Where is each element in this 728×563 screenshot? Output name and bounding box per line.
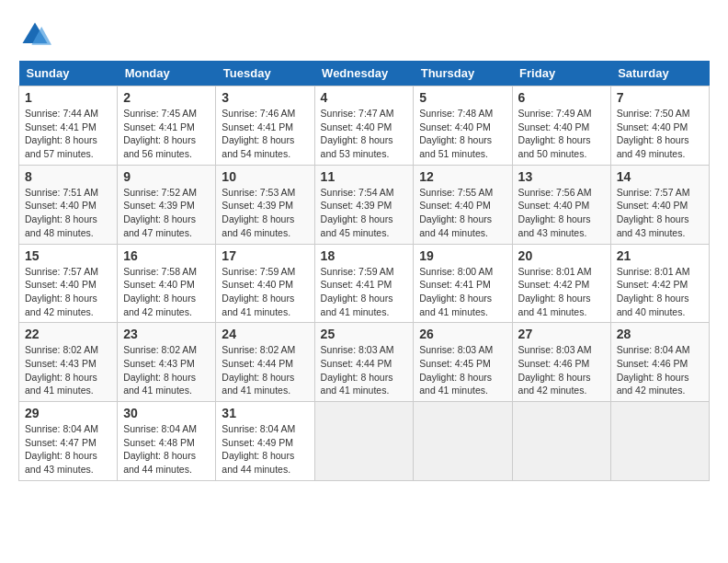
day-info: Sunrise: 8:00 AM Sunset: 4:41 PM Dayligh…	[419, 265, 506, 319]
calendar-cell: 29 Sunrise: 8:04 AM Sunset: 4:47 PM Dayl…	[19, 402, 118, 481]
day-info: Sunrise: 8:03 AM Sunset: 4:45 PM Dayligh…	[419, 343, 506, 397]
calendar-cell: 4 Sunrise: 7:47 AM Sunset: 4:40 PM Dayli…	[314, 86, 414, 166]
header-cell-saturday: Saturday	[610, 61, 709, 86]
calendar-cell: 7 Sunrise: 7:50 AM Sunset: 4:40 PM Dayli…	[610, 86, 709, 166]
day-info: Sunrise: 8:03 AM Sunset: 4:46 PM Dayligh…	[518, 343, 605, 397]
day-number: 11	[321, 169, 408, 184]
day-number: 27	[518, 327, 605, 341]
day-info: Sunrise: 8:02 AM Sunset: 4:43 PM Dayligh…	[25, 343, 111, 397]
header-cell-sunday: Sunday	[19, 61, 118, 86]
day-info: Sunrise: 8:03 AM Sunset: 4:44 PM Dayligh…	[321, 343, 408, 397]
calendar-cell: 16 Sunrise: 7:58 AM Sunset: 4:40 PM Dayl…	[118, 244, 216, 323]
calendar-cell	[610, 402, 709, 481]
day-number: 6	[518, 90, 605, 105]
calendar-row-1: 1 Sunrise: 7:44 AM Sunset: 4:41 PM Dayli…	[19, 86, 710, 166]
day-number: 13	[518, 169, 605, 184]
day-info: Sunrise: 7:56 AM Sunset: 4:40 PM Dayligh…	[518, 186, 605, 240]
header-row: SundayMondayTuesdayWednesdayThursdayFrid…	[19, 61, 710, 86]
day-info: Sunrise: 8:01 AM Sunset: 4:42 PM Dayligh…	[518, 265, 605, 319]
day-info: Sunrise: 7:50 AM Sunset: 4:40 PM Dayligh…	[617, 107, 703, 161]
day-number: 21	[617, 248, 703, 263]
day-info: Sunrise: 8:04 AM Sunset: 4:46 PM Dayligh…	[617, 343, 703, 397]
calendar-row-2: 8 Sunrise: 7:51 AM Sunset: 4:40 PM Dayli…	[19, 165, 710, 244]
day-number: 28	[617, 327, 703, 341]
header-cell-monday: Monday	[118, 61, 216, 86]
day-number: 16	[123, 248, 210, 263]
calendar-cell: 18 Sunrise: 7:59 AM Sunset: 4:41 PM Dayl…	[314, 244, 414, 323]
calendar-cell: 21 Sunrise: 8:01 AM Sunset: 4:42 PM Dayl…	[610, 244, 709, 323]
calendar-cell: 31 Sunrise: 8:04 AM Sunset: 4:49 PM Dayl…	[216, 402, 314, 481]
day-number: 22	[25, 327, 111, 341]
calendar-cell: 30 Sunrise: 8:04 AM Sunset: 4:48 PM Dayl…	[118, 402, 216, 481]
calendar-cell: 11 Sunrise: 7:54 AM Sunset: 4:39 PM Dayl…	[314, 165, 414, 244]
calendar-cell: 19 Sunrise: 8:00 AM Sunset: 4:41 PM Dayl…	[414, 244, 512, 323]
calendar-cell: 24 Sunrise: 8:02 AM Sunset: 4:44 PM Dayl…	[216, 323, 314, 402]
day-info: Sunrise: 7:44 AM Sunset: 4:41 PM Dayligh…	[25, 107, 111, 161]
day-number: 14	[617, 169, 703, 184]
header-cell-friday: Friday	[512, 61, 610, 86]
day-info: Sunrise: 8:02 AM Sunset: 4:43 PM Dayligh…	[123, 343, 210, 397]
day-number: 17	[222, 248, 308, 263]
day-number: 29	[25, 406, 111, 420]
calendar-cell: 10 Sunrise: 7:53 AM Sunset: 4:39 PM Dayl…	[216, 165, 314, 244]
day-info: Sunrise: 7:49 AM Sunset: 4:40 PM Dayligh…	[518, 107, 605, 161]
calendar-cell: 25 Sunrise: 8:03 AM Sunset: 4:44 PM Dayl…	[314, 323, 414, 402]
calendar-cell: 12 Sunrise: 7:55 AM Sunset: 4:40 PM Dayl…	[414, 165, 512, 244]
day-number: 25	[321, 327, 408, 341]
day-number: 20	[518, 248, 605, 263]
day-number: 7	[617, 90, 703, 105]
calendar-cell: 28 Sunrise: 8:04 AM Sunset: 4:46 PM Dayl…	[610, 323, 709, 402]
calendar-cell: 9 Sunrise: 7:52 AM Sunset: 4:39 PM Dayli…	[118, 165, 216, 244]
day-info: Sunrise: 7:48 AM Sunset: 4:40 PM Dayligh…	[419, 107, 506, 161]
day-number: 31	[222, 406, 308, 420]
day-number: 15	[25, 248, 111, 263]
day-number: 18	[321, 248, 408, 263]
day-number: 23	[123, 327, 210, 341]
day-info: Sunrise: 8:04 AM Sunset: 4:48 PM Dayligh…	[123, 422, 210, 477]
day-info: Sunrise: 7:55 AM Sunset: 4:40 PM Dayligh…	[419, 186, 506, 240]
day-number: 19	[419, 248, 506, 263]
calendar-cell: 26 Sunrise: 8:03 AM Sunset: 4:45 PM Dayl…	[414, 323, 512, 402]
logo-icon	[18, 18, 51, 52]
day-info: Sunrise: 7:59 AM Sunset: 4:41 PM Dayligh…	[321, 265, 408, 319]
calendar-cell: 3 Sunrise: 7:46 AM Sunset: 4:41 PM Dayli…	[216, 86, 314, 166]
day-info: Sunrise: 8:04 AM Sunset: 4:47 PM Dayligh…	[25, 422, 111, 477]
calendar-row-3: 15 Sunrise: 7:57 AM Sunset: 4:40 PM Dayl…	[19, 244, 710, 323]
header-cell-tuesday: Tuesday	[216, 61, 314, 86]
calendar-cell: 20 Sunrise: 8:01 AM Sunset: 4:42 PM Dayl…	[512, 244, 610, 323]
calendar-cell: 5 Sunrise: 7:48 AM Sunset: 4:40 PM Dayli…	[414, 86, 512, 166]
day-number: 5	[419, 90, 506, 105]
day-info: Sunrise: 7:47 AM Sunset: 4:40 PM Dayligh…	[321, 107, 408, 161]
calendar-cell	[314, 402, 414, 481]
day-number: 10	[222, 169, 308, 184]
calendar-cell: 15 Sunrise: 7:57 AM Sunset: 4:40 PM Dayl…	[19, 244, 118, 323]
calendar-row-4: 22 Sunrise: 8:02 AM Sunset: 4:43 PM Dayl…	[19, 323, 710, 402]
calendar-cell	[512, 402, 610, 481]
header-cell-wednesday: Wednesday	[314, 61, 414, 86]
day-number: 26	[419, 327, 506, 341]
day-info: Sunrise: 8:02 AM Sunset: 4:44 PM Dayligh…	[222, 343, 308, 397]
calendar-cell: 6 Sunrise: 7:49 AM Sunset: 4:40 PM Dayli…	[512, 86, 610, 166]
day-info: Sunrise: 7:54 AM Sunset: 4:39 PM Dayligh…	[321, 186, 408, 240]
day-number: 24	[222, 327, 308, 341]
calendar-cell: 13 Sunrise: 7:56 AM Sunset: 4:40 PM Dayl…	[512, 165, 610, 244]
day-number: 30	[123, 406, 210, 420]
logo	[18, 18, 55, 52]
day-info: Sunrise: 8:01 AM Sunset: 4:42 PM Dayligh…	[617, 265, 703, 319]
page-header	[18, 18, 710, 52]
calendar-row-5: 29 Sunrise: 8:04 AM Sunset: 4:47 PM Dayl…	[19, 402, 710, 481]
calendar-cell: 27 Sunrise: 8:03 AM Sunset: 4:46 PM Dayl…	[512, 323, 610, 402]
calendar-cell: 2 Sunrise: 7:45 AM Sunset: 4:41 PM Dayli…	[118, 86, 216, 166]
day-info: Sunrise: 7:52 AM Sunset: 4:39 PM Dayligh…	[123, 186, 210, 240]
day-info: Sunrise: 7:45 AM Sunset: 4:41 PM Dayligh…	[123, 107, 210, 161]
calendar-cell: 23 Sunrise: 8:02 AM Sunset: 4:43 PM Dayl…	[118, 323, 216, 402]
day-info: Sunrise: 7:59 AM Sunset: 4:40 PM Dayligh…	[222, 265, 308, 319]
calendar-cell: 22 Sunrise: 8:02 AM Sunset: 4:43 PM Dayl…	[19, 323, 118, 402]
day-info: Sunrise: 7:58 AM Sunset: 4:40 PM Dayligh…	[123, 265, 210, 319]
day-info: Sunrise: 7:53 AM Sunset: 4:39 PM Dayligh…	[222, 186, 308, 240]
day-number: 9	[123, 169, 210, 184]
calendar-cell: 8 Sunrise: 7:51 AM Sunset: 4:40 PM Dayli…	[19, 165, 118, 244]
day-number: 3	[222, 90, 308, 105]
header-cell-thursday: Thursday	[414, 61, 512, 86]
day-info: Sunrise: 7:51 AM Sunset: 4:40 PM Dayligh…	[25, 186, 111, 240]
